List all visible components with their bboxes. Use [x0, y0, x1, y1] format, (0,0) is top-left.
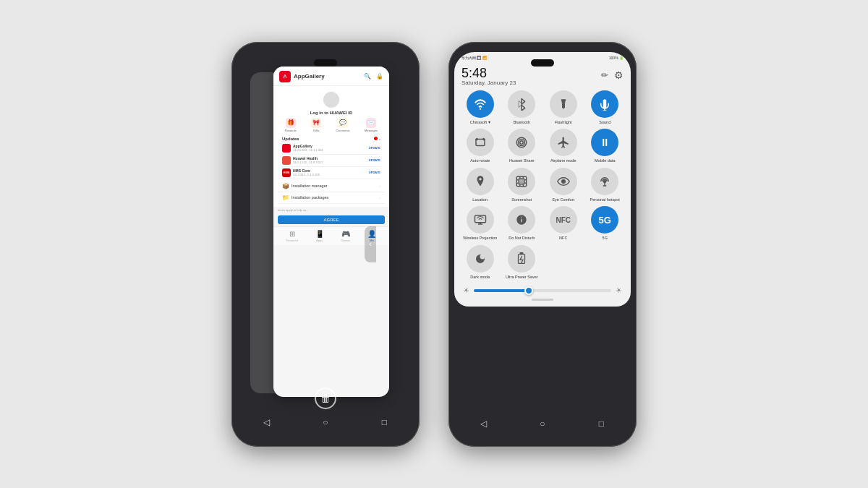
games-label: Games: [341, 239, 350, 242]
tile-huaweishare[interactable]: Huawei Share: [503, 129, 541, 163]
health-update-btn[interactable]: UPDATE: [369, 158, 380, 162]
settings-icon[interactable]: ⚙: [614, 69, 624, 81]
brightness-control: ☀ ☀: [461, 283, 624, 297]
hms-update-version: 3.0.2.311 - 5.1.0.309: [293, 173, 367, 176]
appgallery-update-btn[interactable]: UPDATE: [369, 146, 380, 150]
recents-button-right[interactable]: □: [594, 416, 608, 431]
tile-location[interactable]: Location: [461, 168, 499, 202]
tile-wirelessprojection[interactable]: Wireless Projection: [461, 206, 499, 241]
tile-screenshot[interactable]: Screenshot: [503, 168, 541, 202]
control-center-panel: 5:48 Saturday, January 23 ✏ ⚙: [454, 52, 631, 307]
recents-button[interactable]: □: [377, 415, 391, 429]
brightness-track[interactable]: [474, 289, 611, 292]
eyecomfort-tile-label: Eye Comfort: [552, 197, 574, 202]
brightness-min-icon: ☀: [463, 286, 469, 294]
tab-games[interactable]: 🎮 Games: [341, 230, 350, 242]
sound-tile-label: Sound: [599, 120, 610, 125]
flashlight-tile-icon: [550, 90, 577, 118]
tile-donotdisturb[interactable]: Do Not Disturb: [503, 206, 541, 241]
5g-tile-icon: 5G: [591, 206, 618, 234]
autorotate-tile-label: Auto-rotate: [470, 158, 490, 163]
tile-wifi[interactable]: Chinasoft ▾: [461, 90, 499, 125]
tile-sound[interactable]: Sound: [587, 90, 624, 125]
installation-packages-item[interactable]: 📁 Installation packages ›: [278, 192, 385, 204]
mobiledata-tile-label: Mobile data: [595, 158, 615, 163]
nfc-tile-icon: NFC: [550, 206, 577, 234]
update-health[interactable]: Huawei Health 11.0.1.512 - 11.8.3.517 UP…: [282, 155, 380, 167]
appgallery-header: A AppGallery 🔍 🔒: [273, 67, 389, 86]
hms-update-btn[interactable]: UPDATE: [369, 171, 380, 174]
login-avatar: [323, 92, 339, 108]
5g-tile-label: 5G: [603, 236, 608, 241]
back-button-right[interactable]: ◁: [477, 416, 491, 431]
wifi-tile-icon: [467, 90, 494, 118]
edit-icon[interactable]: ✏: [601, 70, 608, 80]
gifts-label: Gifts: [313, 129, 319, 132]
brightness-thumb[interactable]: [524, 286, 533, 295]
tile-autorotate[interactable]: Auto-rotate: [461, 129, 499, 163]
hotspot-tile-icon: [591, 168, 618, 195]
tile-eyecomfort[interactable]: Eye Comfort: [545, 168, 582, 202]
donotdisturb-tile-label: Do Not Disturb: [509, 236, 535, 241]
tile-ultrapowersaver[interactable]: Ultra Power Saver: [503, 245, 541, 280]
location-tile-icon: [467, 168, 494, 195]
back-button[interactable]: ◁: [260, 415, 274, 429]
screenshot-tile-label: Screenshot: [511, 197, 532, 202]
comments-icon: 💬: [338, 118, 348, 128]
messages-label: Messages: [365, 129, 378, 132]
appgallery-update-icon: [282, 144, 291, 153]
eyecomfort-tile-icon: [550, 168, 577, 195]
date-display: Saturday, January 23: [461, 80, 516, 86]
time-display: 5:48: [461, 67, 516, 80]
hms-update-info: HMS Core 3.0.2.311 - 5.1.0.309: [293, 168, 367, 176]
carrier-text: 华为内网 🔲 📶: [461, 56, 487, 60]
mobiledata-tile-icon: II: [591, 129, 618, 156]
sound-tile-icon: [591, 90, 618, 118]
tile-airplane[interactable]: Airplane mode: [545, 129, 582, 163]
tile-5g[interactable]: 5G 5G: [587, 206, 624, 241]
location-tile-label: Location: [472, 197, 488, 202]
airplane-tile-label: Airplane mode: [550, 158, 576, 163]
tile-hotspot[interactable]: Personal hotspot: [587, 168, 624, 202]
trash-icon[interactable]: 🗑: [315, 388, 336, 409]
bottom-navigation: ◁ ○ □: [237, 412, 414, 432]
airplane-tile-icon: [550, 129, 577, 156]
tile-nfc[interactable]: NFC NFC: [545, 206, 582, 241]
installation-manager-item[interactable]: 📦 Installation manager ›: [278, 181, 385, 192]
login-text: Log in to HUAWEI ID: [278, 111, 385, 115]
updates-section: Updates › AppGallery 11.0.2.303 - 11.1.1…: [278, 135, 385, 181]
brightness-fill: [474, 289, 529, 292]
update-appgallery[interactable]: AppGallery 11.0.2.303 - 11.1.1.324 UPDAT…: [282, 142, 380, 155]
tile-bluetooth[interactable]: Bluetooth: [503, 90, 541, 125]
wirelessprojection-tile-label: Wireless Projection: [463, 236, 497, 241]
home-button-right[interactable]: ○: [535, 416, 550, 431]
installation-manager-arrow: ›: [379, 184, 380, 188]
tab-apps[interactable]: 📱 Apps: [315, 230, 324, 242]
agree-button[interactable]: AGREE: [278, 215, 385, 224]
wirelessprojection-tile-icon: [467, 206, 494, 234]
messages-item[interactable]: ✉️ Messages: [365, 118, 378, 132]
home-button[interactable]: ○: [318, 415, 333, 429]
flashlight-tile-label: Flashlight: [555, 120, 572, 125]
gifts-item[interactable]: 🎀 Gifts: [311, 118, 321, 132]
bluetooth-tile-label: Bluetooth: [514, 120, 530, 125]
tab-featured[interactable]: ⊞ Featured: [286, 230, 298, 242]
camera-notch: [314, 59, 337, 67]
autorotate-tile-icon: [467, 129, 494, 156]
huaweishare-tile-icon: [508, 129, 535, 156]
brightness-max-icon: ☀: [616, 286, 622, 294]
bluetooth-tile-icon: [508, 90, 535, 118]
svg-point-0: [480, 108, 481, 109]
tile-darkmode[interactable]: Dark mode: [461, 245, 499, 280]
darkmode-tile-icon: [467, 245, 494, 273]
ultrapowersaver-tile-label: Ultra Power Saver: [506, 275, 538, 280]
svg-point-6: [520, 141, 524, 145]
update-hms[interactable]: HMS HMS Core 3.0.2.311 - 5.1.0.309 UPDAT…: [282, 167, 380, 179]
comments-item[interactable]: 💬 Comments: [336, 118, 349, 132]
tile-flashlight[interactable]: Flashlight: [545, 90, 582, 125]
rewards-item[interactable]: 🎁 Rewards: [285, 118, 297, 132]
tile-mobiledata[interactable]: II Mobile data: [587, 129, 624, 163]
featured-icon: ⊞: [289, 230, 295, 238]
appgallery-update-version: 11.0.2.303 - 11.1.1.324: [293, 148, 367, 152]
health-update-info: Huawei Health 11.0.1.512 - 11.8.3.517: [293, 156, 367, 164]
